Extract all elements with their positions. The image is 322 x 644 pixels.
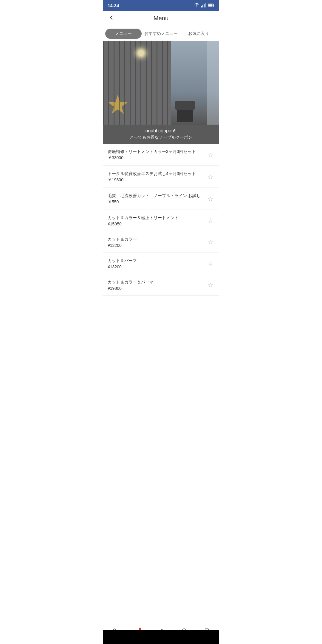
page-title: Menu (154, 15, 168, 22)
banner-right (171, 41, 219, 125)
menu-item-text: カット＆カラー＆パーマ ¥19800 (108, 279, 207, 291)
tab-bar: メニュー おすすめメニュー お気に入り (103, 26, 219, 41)
svg-rect-3 (205, 3, 206, 7)
menu-item-name: トータル髪質改善エステお試し4ヶ月3回セット (108, 171, 207, 177)
back-button[interactable] (108, 14, 115, 23)
menu-item-name: 徹底補修トリートメントカラー3ヶ月3回セット (108, 148, 207, 155)
page-content: メニュー おすすめメニュー お気に入り (103, 26, 219, 329)
menu-item[interactable]: トータル髪質改善エステお試し4ヶ月3回セット ￥19800 ☆ (103, 166, 219, 188)
menu-item[interactable]: カット＆パーマ ¥13200 ☆ (103, 253, 219, 274)
battery-icon (208, 4, 214, 7)
menu-list: 徹底補修トリートメントカラー3ヶ月3回セット ￥33000 ☆ トータル髪質改善… (103, 144, 219, 296)
favorite-button[interactable]: ☆ (207, 259, 214, 268)
tab-favorites[interactable]: お気に入り (180, 29, 217, 39)
menu-item-text: トータル髪質改善エステお試し4ヶ月3回セット ￥19800 (108, 171, 207, 183)
menu-item-name: カット＆カラー＆パーマ (108, 279, 207, 285)
status-time: 14:34 (108, 3, 119, 8)
favorite-button[interactable]: ☆ (207, 237, 214, 247)
tab-recommended[interactable]: おすすめメニュー (143, 29, 179, 39)
signal-icon (201, 3, 206, 7)
menu-item-text: カット＆カラー ¥13200 (108, 236, 207, 248)
wifi-icon (194, 3, 199, 7)
menu-item[interactable]: カット＆カラー＆パーマ ¥19800 ☆ (103, 274, 219, 296)
svg-rect-5 (208, 4, 213, 7)
menu-item[interactable]: 徹底補修トリートメントカラー3ヶ月3回セット ￥33000 ☆ (103, 144, 219, 166)
svg-rect-1 (202, 5, 203, 7)
chair-back (175, 101, 195, 110)
favorite-button[interactable]: ☆ (207, 172, 214, 182)
menu-item[interactable]: カット＆カラー＆極上トリートメント ¥15950 ☆ (103, 210, 219, 231)
header: Menu (103, 11, 219, 26)
status-icons (194, 3, 214, 7)
status-bar: 14:34 (103, 0, 219, 11)
favorite-button[interactable]: ☆ (207, 216, 214, 225)
menu-item-price: ¥13200 (108, 243, 207, 248)
salon-banner (103, 41, 219, 125)
menu-item[interactable]: カット＆カラー ¥13200 ☆ (103, 231, 219, 253)
menu-item-price: ￥33000 (108, 155, 207, 161)
banner-left (103, 41, 171, 125)
menu-item-name: カット＆カラー (108, 236, 207, 242)
svg-rect-0 (201, 6, 202, 7)
window-light (207, 41, 219, 125)
menu-item-name: 毛髪、毛流改善カット ノーブルトライン お試し (108, 193, 207, 199)
menu-item-text: 徹底補修トリートメントカラー3ヶ月3回セット ￥33000 (108, 148, 207, 161)
favorite-button[interactable]: ☆ (207, 194, 214, 204)
menu-item-text: カット＆パーマ ¥13200 (108, 258, 207, 269)
svg-rect-2 (204, 4, 205, 7)
coupon-subtitle: とってもお得なノーブルクーポン (108, 135, 214, 140)
tab-menu[interactable]: メニュー (105, 29, 142, 39)
favorite-button[interactable]: ☆ (207, 280, 214, 290)
menu-item-price: ¥15950 (108, 222, 207, 226)
menu-item-text: 毛髪、毛流改善カット ノーブルトライン お試し ￥550 (108, 193, 207, 205)
menu-item-name: カット＆カラー＆極上トリートメント (108, 215, 207, 221)
svg-rect-6 (214, 5, 214, 6)
menu-item-price: ￥19800 (108, 177, 207, 183)
favorite-button[interactable]: ☆ (207, 150, 214, 160)
menu-item-text: カット＆カラー＆極上トリートメント ¥15950 (108, 215, 207, 226)
menu-item-price: ￥550 (108, 199, 207, 205)
menu-item[interactable]: 毛髪、毛流改善カット ノーブルトライン お試し ￥550 ☆ (103, 188, 219, 210)
menu-item-price: ¥13200 (108, 264, 207, 269)
coupon-title: noubl coupon!! (108, 128, 214, 134)
ceiling-light (135, 47, 147, 59)
menu-item-name: カット＆パーマ (108, 258, 207, 264)
android-nav (103, 630, 219, 644)
coupon-banner: noubl coupon!! とってもお得なノーブルクーポン (103, 125, 219, 144)
menu-item-price: ¥19800 (108, 286, 207, 291)
